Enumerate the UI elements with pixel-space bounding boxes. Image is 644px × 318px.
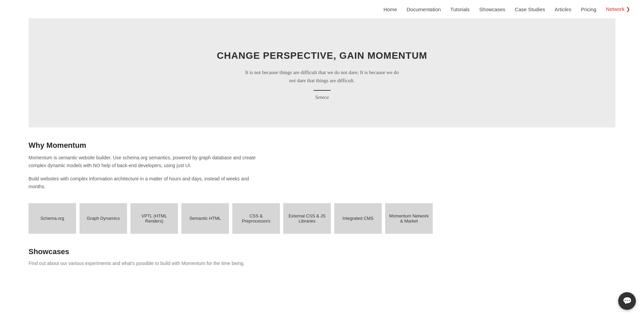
hero-section: CHANGE PERSPECTIVE, GAIN MOMENTUM It is … bbox=[29, 18, 615, 127]
nav-pricing[interactable]: Pricing bbox=[581, 6, 596, 12]
feature-cards: Schema.org Graph Dynamics VPTL (HTML Ren… bbox=[29, 203, 615, 234]
card-schema-org[interactable]: Schema.org bbox=[29, 203, 76, 234]
showcases-title: Showcases bbox=[29, 247, 615, 256]
card-css-preprocessors[interactable]: CSS & Preprocessors bbox=[232, 203, 280, 234]
hero-author: Seneca bbox=[42, 95, 602, 100]
card-graph-dynamics[interactable]: Graph Dynamics bbox=[79, 203, 127, 234]
why-body-1: Momentum is semantic website builder. Us… bbox=[29, 154, 260, 170]
hero-subtitle: It is not because things are difficult t… bbox=[244, 68, 400, 85]
nav-network[interactable]: Network ❯ bbox=[606, 6, 630, 12]
card-integrated-cms[interactable]: Integrated CMS bbox=[334, 203, 382, 234]
nav-showcases[interactable]: Showcases bbox=[479, 6, 505, 12]
nav-case-studies[interactable]: Case Studies bbox=[515, 6, 545, 12]
card-semantic-html[interactable]: Semantic HTML bbox=[181, 203, 229, 234]
showcases-section: Showcases Find out about our various exp… bbox=[0, 247, 644, 281]
nav-articles[interactable]: Articles bbox=[555, 6, 571, 12]
card-vptl[interactable]: VPTL (HTML Renders) bbox=[130, 203, 178, 234]
why-title: Why Momentum bbox=[29, 141, 615, 150]
nav-home[interactable]: Home bbox=[383, 6, 397, 12]
nav-documentation[interactable]: Documentation bbox=[407, 6, 441, 12]
hero-title: CHANGE PERSPECTIVE, GAIN MOMENTUM bbox=[42, 49, 602, 62]
showcases-body: Find out about our various experiments a… bbox=[29, 260, 615, 267]
nav-tutorials[interactable]: Tutorials bbox=[450, 6, 470, 12]
hero-divider bbox=[314, 90, 330, 91]
navigation: Home Documentation Tutorials Showcases C… bbox=[0, 0, 644, 18]
why-momentum-section: Why Momentum Momentum is semantic websit… bbox=[0, 127, 644, 233]
why-body-2: Build websites with complex information … bbox=[29, 175, 260, 191]
card-momentum-network[interactable]: Momentum Network & Market bbox=[385, 203, 433, 234]
card-external-css[interactable]: External CSS & JS Libraries bbox=[283, 203, 331, 234]
